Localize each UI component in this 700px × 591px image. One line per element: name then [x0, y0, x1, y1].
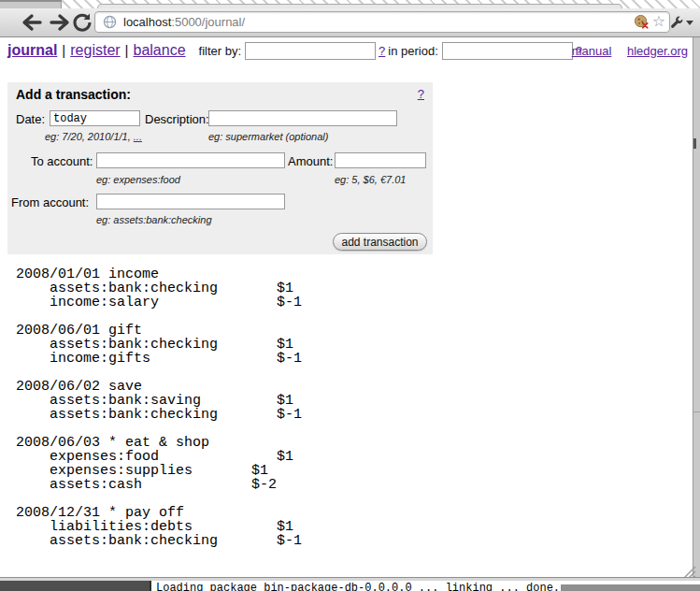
hledger-navbar: journal|register|balancefilter by:?in pe… — [7, 42, 691, 63]
url-path: :5000/journal/ — [171, 15, 245, 29]
amount-label: Amount: — [288, 154, 333, 168]
browser-window: localhost:5000/journal/ ☆ — [0, 0, 700, 591]
add-transaction-panel: Add a transaction: ? Date: Description: … — [7, 82, 433, 254]
to-account-input[interactable] — [96, 152, 285, 168]
to-account-label: To account: — [31, 154, 93, 168]
url-text[interactable]: localhost:5000/journal/ — [123, 15, 245, 29]
panel-title: Add a transaction: — [16, 87, 131, 102]
description-hint: eg: supermarket (optional) — [208, 131, 328, 142]
filter-by-label: filter by: — [199, 44, 242, 58]
description-input[interactable] — [208, 110, 397, 126]
from-account-label: From account: — [11, 195, 89, 209]
nav-link-journal[interactable]: journal — [7, 42, 57, 58]
date-hint-more-link[interactable]: ... — [134, 131, 142, 142]
to-account-hint: eg: expenses:food — [96, 174, 180, 185]
date-label: Date: — [16, 112, 45, 126]
journal-entries: 2008/01/01 income assets:bank:checking $… — [16, 267, 302, 548]
amount-input[interactable] — [335, 152, 426, 168]
hledger-org-link[interactable]: hledger.org — [627, 44, 688, 58]
background-tab-remnant[interactable] — [0, 0, 62, 8]
background-dark-area — [0, 581, 150, 591]
scrollbar-mark — [693, 138, 696, 149]
background-gray-area — [561, 584, 700, 591]
filter-help-link[interactable]: ? — [379, 44, 385, 58]
forward-button[interactable] — [49, 11, 71, 34]
add-transaction-button[interactable]: add transaction — [333, 233, 427, 251]
scrollbar-track[interactable] — [693, 37, 700, 580]
address-bar[interactable]: localhost:5000/journal/ ☆ — [94, 11, 670, 33]
nav-separator: | — [125, 42, 129, 58]
forward-arrow-icon — [49, 11, 71, 34]
in-period-label: in period: — [388, 44, 437, 58]
period-input[interactable] — [442, 42, 573, 60]
wrench-icon — [668, 15, 684, 31]
scrollbar-divider — [693, 411, 700, 412]
page-content: journal|register|balancefilter by:?in pe… — [0, 37, 693, 577]
back-arrow-icon — [21, 11, 43, 34]
reload-button[interactable] — [71, 11, 93, 34]
description-label: Description: — [145, 112, 209, 126]
cookie-blocked-icon[interactable] — [634, 14, 650, 30]
bookmark-star-icon[interactable]: ☆ — [652, 13, 665, 30]
reload-icon — [71, 11, 93, 34]
globe-icon — [103, 15, 117, 29]
browser-toolbar: localhost:5000/journal/ ☆ — [0, 8, 700, 37]
filter-input[interactable] — [245, 42, 376, 60]
terminal-output-text: Loading package bin-package-db-0.0.0.0 .… — [156, 581, 560, 591]
panel-help-link[interactable]: ? — [418, 87, 424, 101]
menu-caret-icon — [686, 21, 693, 25]
manual-link[interactable]: manual — [572, 44, 612, 58]
nav-link-register[interactable]: register — [70, 42, 120, 58]
from-account-hint: eg: assets:bank:checking — [96, 214, 212, 225]
amount-hint: eg: 5, $6, €7.01 — [335, 174, 406, 185]
date-input[interactable] — [50, 110, 140, 126]
date-hint: eg: 7/20, 2010/1/1, ... — [45, 131, 142, 142]
url-host: localhost — [123, 15, 171, 29]
background-window-strip: Loading package bin-package-db-0.0.0.0 .… — [0, 581, 700, 591]
back-button[interactable] — [21, 11, 43, 34]
nav-link-balance[interactable]: balance — [134, 42, 186, 58]
terminal-window-fragment[interactable]: Loading package bin-package-db-0.0.0.0 .… — [150, 581, 560, 591]
tab-strip — [0, 0, 700, 8]
from-account-input[interactable] — [96, 194, 285, 209]
nav-separator: | — [62, 42, 65, 58]
wrench-menu-button[interactable] — [668, 13, 694, 32]
